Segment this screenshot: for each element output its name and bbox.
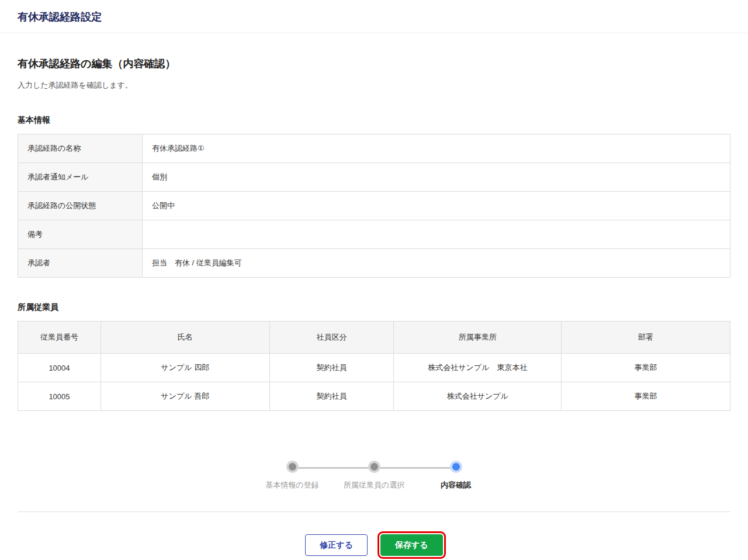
step-label: 所属従業員の選択 (344, 480, 404, 490)
row-value: 有休承認経路① (143, 134, 730, 163)
column-header: 氏名 (101, 322, 269, 354)
row-label: 備考 (18, 220, 143, 249)
step-label: 基本情報の登録 (265, 480, 318, 490)
cell-employee-number: 10005 (18, 382, 101, 411)
row-label: 承認者 (18, 249, 143, 278)
cell-employee-office: 株式会社サンプル 東京本社 (394, 354, 562, 382)
section-title-employees: 所属従業員 (18, 302, 730, 313)
row-label: 承認経路の名称 (18, 134, 143, 163)
table-header-row: 従業員番号 氏名 社員区分 所属事業所 部署 (18, 322, 730, 354)
cell-employee-type: 契約社員 (269, 382, 394, 411)
main-content: 有休承認経路の編集（内容確認） 入力した承認経路を確認します。 基本情報 承認経… (0, 57, 748, 560)
page-title: 有休承認経路の編集（内容確認） (18, 57, 730, 71)
step-dot-icon (452, 463, 460, 471)
section-title-basic-info: 基本情報 (18, 115, 730, 126)
table-row: 10005 サンプル 吾郎 契約社員 株式会社サンプル 事業部 (18, 382, 730, 411)
table-row: 承認者 担当 有休 / 従業員編集可 (18, 249, 730, 278)
column-header: 社員区分 (269, 322, 394, 354)
cell-employee-dept: 事業部 (562, 354, 730, 382)
table-row: 10004 サンプル 四郎 契約社員 株式会社サンプル 東京本社 事業部 (18, 354, 730, 382)
cell-employee-dept: 事業部 (562, 382, 730, 411)
save-button[interactable]: 保存する (380, 534, 443, 556)
cell-employee-type: 契約社員 (269, 354, 394, 382)
table-row: 承認者通知メール 個別 (18, 163, 730, 192)
row-value (143, 220, 730, 249)
step-dot-icon (370, 463, 378, 471)
page-description: 入力した承認経路を確認します。 (18, 80, 730, 91)
employees-table: 従業員番号 氏名 社員区分 所属事業所 部署 10004 サンプル 四郎 契約社… (18, 321, 730, 411)
column-header: 所属事業所 (394, 322, 562, 354)
cell-employee-name: サンプル 四郎 (101, 354, 269, 382)
row-value: 担当 有休 / 従業員編集可 (143, 249, 730, 278)
page: 有休承認経路設定 有休承認経路の編集（内容確認） 入力した承認経路を確認します。… (0, 0, 748, 560)
step-label: 内容確認 (441, 480, 471, 490)
table-row: 承認経路の公開状態 公開中 (18, 192, 730, 220)
column-header: 部署 (562, 322, 730, 354)
column-header: 従業員番号 (18, 322, 101, 354)
step-confirm: 内容確認 (415, 462, 497, 490)
progress-stepper: 基本情報の登録 所属従業員の選択 内容確認 (18, 462, 730, 490)
step-dot-icon (289, 463, 296, 471)
app-header-title: 有休承認経路設定 (18, 10, 730, 24)
table-row: 承認経路の名称 有休承認経路① (18, 134, 730, 163)
action-buttons: 修正する 保存する (18, 534, 730, 560)
app-header: 有休承認経路設定 (0, 0, 748, 33)
row-value: 個別 (143, 163, 730, 192)
table-row: 備考 (18, 220, 730, 249)
row-label: 承認経路の公開状態 (18, 192, 143, 220)
cell-employee-number: 10004 (18, 354, 101, 382)
cell-employee-name: サンプル 吾郎 (101, 382, 269, 411)
row-label: 承認者通知メール (18, 163, 143, 192)
cell-employee-office: 株式会社サンプル (394, 382, 562, 411)
basic-info-table: 承認経路の名称 有休承認経路① 承認者通知メール 個別 承認経路の公開状態 公開… (18, 134, 730, 278)
fix-button[interactable]: 修正する (305, 534, 368, 556)
row-value: 公開中 (143, 192, 730, 220)
divider (18, 511, 730, 512)
